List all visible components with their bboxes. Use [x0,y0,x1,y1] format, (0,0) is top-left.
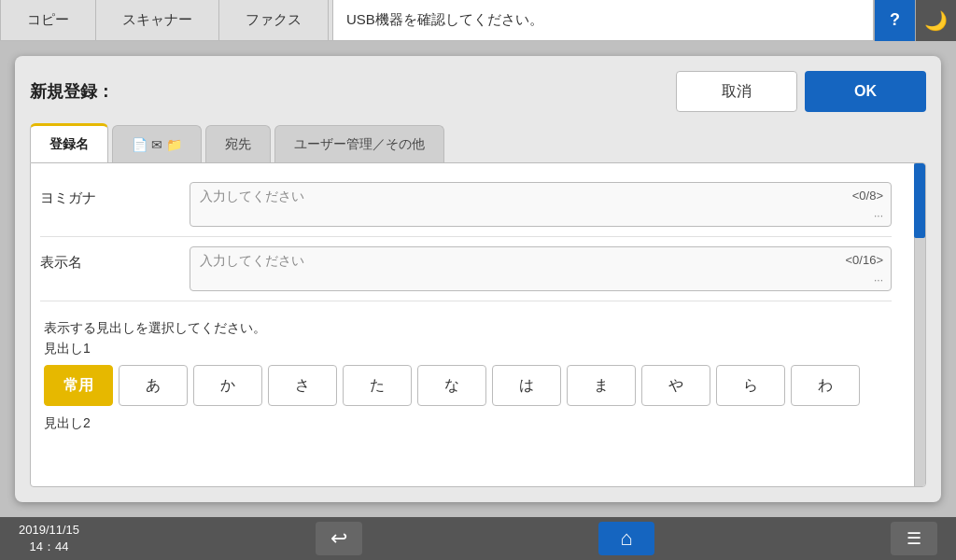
top-bar: コピー スキャナー ファクス USB機器を確認してください。 ? 🌙 [0,0,956,41]
index-btn-6[interactable]: は [492,365,561,406]
home-icon: ⌂ [620,526,632,551]
index-instruction: 表示する見出しを選択してください。 [44,320,912,337]
index-btn-2[interactable]: か [193,365,262,406]
yomigana-input[interactable]: 入力してください <0/8> ··· [190,182,892,227]
yomigana-dots: ··· [874,209,883,222]
index-btn-9[interactable]: ら [716,365,785,406]
yomigana-row: ヨミガナ 入力してください <0/8> ··· [40,173,892,237]
bottom-bar: 2019/11/15 14：44 ↩ ⌂ ☰ [0,517,956,560]
home-button[interactable]: ⌂ [598,522,654,555]
index-area: 表示する見出しを選択してください。 見出し1 常用あかさたなはまやらわ 見出し2 [31,311,925,441]
night-mode-button[interactable]: 🌙 [915,0,956,41]
main-content: 新規登録： 取消 OK 登録名 📄 ✉ 📁 宛先 ユーザー管理／その他 [0,41,956,517]
tab-copy[interactable]: コピー [0,0,96,40]
tab-registration-name[interactable]: 登録名 [30,123,108,162]
tab-scanner[interactable]: スキャナー [96,0,219,40]
back-button[interactable]: ↩ [316,522,362,555]
datetime-display: 2019/11/15 14：44 [19,522,79,555]
index-buttons: 常用あかさたなはまやらわ [44,365,912,406]
index-btn-7[interactable]: ま [567,365,636,406]
dialog: 新規登録： 取消 OK 登録名 📄 ✉ 📁 宛先 ユーザー管理／その他 [15,56,941,502]
hyojimei-count: <0/16> [846,253,884,267]
yomigana-label: ヨミガナ [40,182,190,207]
tab-content: ヨミガナ 入力してください <0/8> ··· 表示名 入力してください <0/… [30,162,926,487]
index-btn-5[interactable]: な [417,365,486,406]
fields-area: ヨミガナ 入力してください <0/8> ··· 表示名 入力してください <0/… [31,163,914,311]
index-btn-8[interactable]: や [641,365,710,406]
moon-icon: 🌙 [924,9,948,32]
hyojimei-placeholder: 入力してください [200,253,881,270]
tab-icons[interactable]: 📄 ✉ 📁 [112,125,202,162]
tab-user-management[interactable]: ユーザー管理／その他 [274,125,444,162]
dialog-header: 新規登録： 取消 OK [30,71,926,112]
tab-icon-symbols: 📄 ✉ 📁 [132,137,182,152]
index-label2: 見出し2 [44,415,912,432]
ok-button[interactable]: OK [805,71,926,112]
usb-message: USB機器を確認してください。 [332,0,874,40]
back-icon: ↩ [330,526,347,551]
scroll-bar[interactable] [914,163,925,486]
yomigana-count: <0/8> [852,189,883,203]
index-label1: 見出し1 [44,341,912,357]
tab-destination[interactable]: 宛先 [205,125,271,162]
help-button[interactable]: ? [874,0,915,41]
menu-icon: ☰ [907,528,921,549]
dialog-title: 新規登録： [30,80,676,103]
index-btn-4[interactable]: た [343,365,412,406]
hyojimei-input[interactable]: 入力してください <0/16> ··· [190,246,892,291]
cancel-button[interactable]: 取消 [676,71,797,112]
yomigana-placeholder: 入力してください [200,189,881,205]
scroll-thumb[interactable] [914,163,925,238]
index-btn-1[interactable]: あ [119,365,188,406]
menu-button[interactable]: ☰ [891,522,937,555]
hyojimei-dots: ··· [874,273,883,287]
index-btn-0[interactable]: 常用 [44,365,113,406]
tab-bar: 登録名 📄 ✉ 📁 宛先 ユーザー管理／その他 [30,123,926,162]
tab-fax[interactable]: ファクス [219,0,329,40]
index-btn-10[interactable]: わ [791,365,860,406]
hyojimei-row: 表示名 入力してください <0/16> ··· [40,237,892,301]
hyojimei-label: 表示名 [40,246,190,272]
index-btn-3[interactable]: さ [268,365,337,406]
